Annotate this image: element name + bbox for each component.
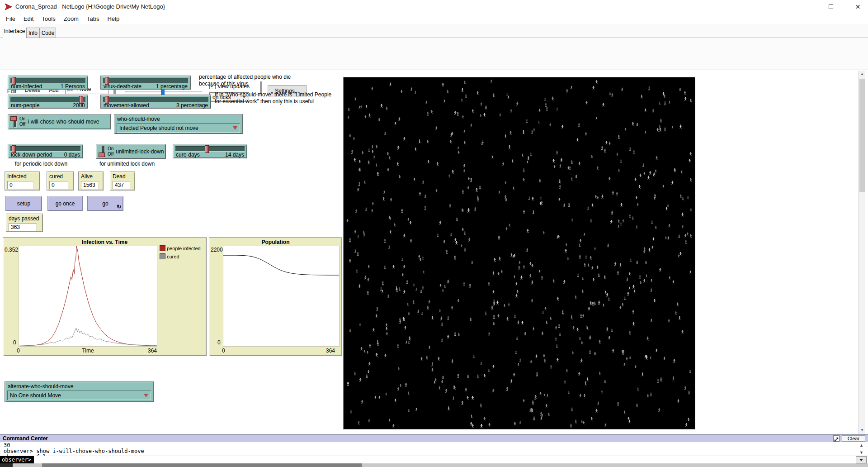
plot-population: Population 2200 0 0 364 [209, 237, 342, 356]
switch-label: unlimited-lock-down [116, 148, 164, 155]
x-max-label: 364 [326, 348, 335, 354]
legend-cured: cured [160, 253, 179, 259]
slider-handle[interactable] [79, 96, 83, 104]
scroll-down-icon[interactable]: ▼ [859, 427, 866, 434]
chooser-label: alternate-who-should-move [5, 382, 153, 390]
slider-track[interactable] [10, 78, 85, 83]
minimize-icon [801, 7, 806, 7]
menu-file[interactable]: File [2, 14, 19, 23]
slider-handle[interactable] [105, 77, 109, 85]
close-button[interactable]: ✕ [848, 0, 868, 14]
slider-handle[interactable] [12, 77, 16, 85]
switch-toggle[interactable] [99, 146, 106, 157]
menu-tabs[interactable]: Tabs [83, 14, 103, 23]
maximize-button[interactable] [821, 0, 841, 14]
command-center-title: Command Center [0, 435, 48, 442]
output-line: observer> show i-will-chose-who-should-m… [4, 448, 858, 454]
world-agents [344, 77, 695, 429]
plot-title: Infection vs. Time [3, 239, 206, 245]
tab-code[interactable]: Code [40, 28, 56, 38]
slider-track[interactable] [10, 146, 80, 152]
slider-cure-days[interactable]: cure-days 14 days [173, 144, 247, 158]
switch-toggle[interactable] [10, 116, 18, 128]
slider-track[interactable] [175, 146, 245, 152]
command-input-row: observer> [0, 456, 868, 463]
population-plot-canvas [223, 246, 339, 346]
command-center-output: 30 observer> show i-will-chose-who-shoul… [0, 442, 858, 456]
chooser-who-should-move[interactable]: who-should-move Infected People should n… [114, 114, 243, 134]
setup-button[interactable]: setup [5, 196, 42, 211]
slider-value: 3 percentage [176, 102, 208, 109]
y-min-label: 0 [13, 339, 16, 346]
scrollbar-thumb[interactable] [859, 79, 865, 192]
tab-interface[interactable]: Interface [3, 26, 26, 38]
switch-label: i-will-chose-who-should-move [28, 119, 99, 125]
scroll-up-icon[interactable]: ▲ [859, 443, 863, 448]
switch-state-labels: On Off [108, 146, 113, 157]
slider-handle[interactable] [12, 145, 16, 153]
unlimited-lockdown-note: for unlimited lock down [99, 161, 155, 167]
x-max-label: 364 [148, 348, 157, 354]
menu-help[interactable]: Help [103, 14, 123, 23]
slider-movement-allowed[interactable]: movement-allowed 3 percentage [100, 95, 211, 109]
minimize-button[interactable] [793, 0, 814, 14]
world-view[interactable] [343, 77, 695, 429]
x-axis-label: Time [19, 348, 157, 354]
slider-label: num-people [11, 102, 39, 109]
slider-handle[interactable] [205, 145, 209, 153]
switch-handle[interactable] [10, 116, 17, 121]
window-title: Corona_Spread - NetLogo {H:\Google Drive… [15, 3, 165, 10]
slider-label: cure-days [176, 152, 200, 158]
scroll-up-icon[interactable]: ▲ [859, 71, 866, 78]
slider-lock-down-period[interactable]: lock-down-period 0 days [8, 144, 83, 158]
chooser-label: who-should-move [114, 114, 242, 123]
horizontal-scrollbar[interactable] [0, 463, 868, 467]
scrollbar-thumb[interactable] [42, 463, 362, 467]
switch-i-will-chose-who-should-move[interactable]: On Off i-will-chose-who-should-move [8, 114, 111, 129]
observer-prompt[interactable]: observer> [0, 456, 34, 463]
expand-icon[interactable] [833, 435, 840, 442]
command-input[interactable] [39, 456, 855, 463]
chooser-alternate-who-should-move[interactable]: alternate-who-should-move No One should … [5, 381, 154, 402]
clear-button[interactable]: Clear [842, 435, 865, 442]
chooser-select[interactable]: Infected People should not move [117, 123, 240, 133]
vertical-scrollbar[interactable]: ▲ ▼ [858, 71, 865, 434]
slider-track[interactable] [10, 97, 85, 102]
monitor-infected: Infected 0 [5, 172, 40, 191]
slider-value: 14 days [225, 152, 244, 158]
menu-zoom[interactable]: Zoom [60, 14, 83, 23]
command-center-header: Command Center Clear [0, 434, 868, 442]
slider-track[interactable] [103, 78, 188, 83]
output-scrollbar[interactable]: ▲ ▼ [858, 442, 865, 456]
menu-tools[interactable]: Tools [38, 14, 59, 23]
plot-area [223, 246, 340, 347]
slider-num-people[interactable]: num-people 2000 [8, 95, 88, 109]
slider-label: movement-allowed [104, 102, 149, 109]
slider-virus-death-rate[interactable]: virus-death-rate 1 percentage [100, 76, 191, 90]
tab-info[interactable]: Info [26, 28, 40, 38]
history-dropdown-button[interactable] [856, 456, 867, 463]
scrollbar-corner [0, 463, 13, 467]
y-max-label: 0.352 [5, 247, 18, 253]
monitor-alive: Alive 1563 [78, 172, 104, 191]
go-once-button[interactable]: go once [47, 196, 83, 211]
slider-label: virus-death-rate [104, 83, 142, 90]
movement-note: If in "Who-should-move" there is "Limite… [215, 91, 331, 105]
chooser-value: Infected People should not move [119, 125, 198, 131]
slider-num-infected[interactable]: num-infected 1 Persons [8, 76, 88, 90]
chooser-select[interactable]: No One should Move [7, 391, 151, 400]
go-forever-button[interactable]: go ↻ [87, 196, 123, 211]
slider-track[interactable] [103, 97, 208, 102]
monitor-dead: Dead 437 [110, 172, 135, 191]
slider-handle[interactable] [105, 96, 109, 104]
dropdown-arrow-icon [233, 126, 237, 130]
menu-edit[interactable]: Edit [19, 14, 38, 23]
netlogo-app-icon [5, 3, 13, 10]
switch-handle[interactable] [99, 152, 105, 157]
scroll-down-icon[interactable]: ▼ [859, 450, 863, 455]
switch-unlimited-lock-down[interactable]: On Off unlimited-lock-down [96, 144, 166, 159]
plot-infection-vs-time: Infection vs. Time 0.352 0 0 Time 364 pe… [3, 237, 207, 356]
y-min-label: 0 [217, 339, 221, 346]
legend-swatch-red [160, 245, 165, 251]
y-max-label: 2200 [211, 247, 223, 253]
